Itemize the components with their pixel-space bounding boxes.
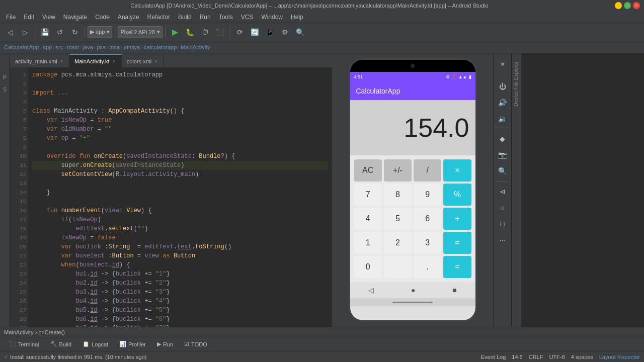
menu-item-analyze[interactable]: Analyze (114, 13, 143, 22)
emulator-more-button[interactable]: ··· (496, 233, 510, 247)
menu-item-refactor[interactable]: Refactor (143, 13, 174, 22)
breadcrumb-app[interactable]: app (43, 44, 52, 50)
code-line-10: override fun onCreate(savedInstanceState… (32, 152, 328, 161)
emulator-vol-down-button[interactable]: 🔉 (496, 112, 510, 126)
tab-close-mainactivity[interactable]: × (112, 58, 116, 64)
status-indent[interactable]: 4 spaces (571, 354, 593, 360)
menu-item-vcs[interactable]: VCS (237, 13, 258, 22)
toolbar-back-button[interactable]: ◁ (3, 25, 17, 39)
menu-item-build[interactable]: Build (174, 13, 196, 22)
app-selector[interactable]: ▶ app ▾ (88, 26, 112, 38)
emulator-home-button[interactable]: ○ (496, 201, 510, 215)
tab-close-activity-main[interactable]: × (59, 58, 64, 64)
calc-btn-multiply[interactable]: × (443, 159, 471, 182)
debug-button[interactable]: 🐛 (183, 25, 197, 39)
calc-btn-3[interactable]: 3 (414, 232, 441, 254)
menu-item-edit[interactable]: Edit (20, 13, 38, 22)
code-content[interactable]: 12345 678910 1112131415 1617181920 21222… (10, 67, 332, 327)
menu-item-code[interactable]: Code (91, 13, 114, 22)
toolbar-save-button[interactable]: 💾 (38, 25, 52, 39)
breadcrumb-calculatorapp[interactable]: CalculatorApp (4, 44, 39, 50)
sync-button[interactable]: ⟳ (233, 25, 247, 39)
search-everywhere-button[interactable]: 🔍 (293, 25, 307, 39)
maximize-button[interactable]: □ (624, 2, 631, 9)
terminal-tab[interactable]: ⬛ Terminal (4, 338, 44, 350)
menu-item-window[interactable]: Window (257, 13, 287, 22)
calc-btn-9[interactable]: 9 (414, 184, 441, 206)
tab-close-colors[interactable]: × (153, 58, 158, 64)
emulator-close-button[interactable]: ✕ (496, 57, 510, 71)
breadcrumb-java[interactable]: java (83, 44, 93, 50)
calc-btn-percent[interactable]: % (443, 184, 471, 206)
calc-btn-1[interactable]: 1 (354, 232, 382, 254)
avd-manager-button[interactable]: 📱 (263, 25, 277, 39)
breadcrumb-main[interactable]: main (67, 44, 79, 50)
menu-item-tools[interactable]: Tools (215, 13, 237, 22)
nav-back-icon[interactable]: ◁ (368, 286, 374, 294)
toolbar-redo-button[interactable]: ↻ (68, 25, 82, 39)
calc-btn-0[interactable]: 0 (354, 256, 382, 278)
tab-mainactivity[interactable]: MainActivity.kt × (69, 54, 122, 67)
sdk-manager-button[interactable]: ⚙ (278, 25, 292, 39)
logcat-tab[interactable]: 📋 Logcat (77, 338, 113, 350)
menu-item-navigate[interactable]: Navigate (59, 13, 91, 22)
nav-recent-icon[interactable]: ■ (452, 286, 456, 294)
emulator-rotate-button[interactable]: ◆ (496, 132, 510, 146)
calc-btn-ac[interactable]: AC (354, 159, 382, 182)
tab-activity-main[interactable]: activity_main.xml × (10, 54, 69, 67)
breadcrumb-calculatorapp2[interactable]: calculatorapp (144, 44, 177, 50)
toolbar-undo-button[interactable]: ↺ (53, 25, 67, 39)
calc-btn-6[interactable]: 6 (414, 208, 441, 230)
menu-item-file[interactable]: File (2, 13, 20, 22)
toolbar-forward-button[interactable]: ▷ (18, 25, 32, 39)
menu-item-help[interactable]: Help (287, 13, 307, 22)
emulator-screenshot-button[interactable]: 📷 (496, 148, 510, 162)
emulator-overview-button[interactable]: □ (496, 217, 510, 231)
layout-inspector-label[interactable]: Layout Inspector (599, 354, 640, 360)
emulator-back-button[interactable]: ⊲ (496, 185, 510, 199)
breadcrumb-src[interactable]: src (56, 44, 63, 50)
calc-btn-empty[interactable] (384, 256, 412, 278)
calc-btn-divide[interactable]: / (414, 159, 441, 182)
emulator-zoom-button[interactable]: 🔍 (496, 164, 510, 178)
stop-button[interactable]: ⬛ (213, 25, 227, 39)
run-button[interactable]: ▶ (168, 25, 182, 39)
breadcrumb-pcs[interactable]: pcs (97, 44, 106, 50)
nav-home-icon[interactable]: ● (411, 286, 415, 294)
device-file-explorer-tab[interactable]: Device File Explorer (512, 57, 521, 110)
emulator-vol-up-button[interactable]: 🔊 (496, 96, 510, 110)
calc-btn-equals-2[interactable]: = (443, 256, 471, 278)
breadcrumb-atmiya[interactable]: atmiya (124, 44, 140, 50)
menu-item-run[interactable]: Run (196, 13, 215, 22)
run-tab[interactable]: ▶ Run (152, 338, 178, 350)
structure-icon[interactable]: S (1, 85, 9, 94)
minimize-button[interactable]: – (615, 2, 622, 9)
tab-colors[interactable]: colors.xml × (122, 54, 164, 67)
breadcrumb-mca[interactable]: mca (109, 44, 120, 50)
phone-app-bar: CalculatorApp (350, 82, 475, 100)
profiler-tab[interactable]: 📊 Profiler (114, 338, 151, 350)
calc-btn-4[interactable]: 4 (354, 208, 382, 230)
project-icon[interactable]: P (1, 73, 9, 81)
calc-btn-equals-1[interactable]: = (443, 232, 471, 254)
emulator-power-button[interactable]: ⏻ (496, 79, 510, 94)
device-selector[interactable]: Pixel 2 API 28 ▾ (118, 26, 163, 38)
source-code[interactable]: package pcs.mca.atmiya.calculatorapp imp… (28, 67, 332, 327)
menu-item-view[interactable]: View (38, 13, 59, 22)
calc-btn-5[interactable]: 5 (384, 208, 412, 230)
todo-tab[interactable]: ☑ TODO (179, 338, 212, 350)
calc-btn-sign[interactable]: +/- (384, 159, 412, 182)
build-tab[interactable]: 🔨 Build (45, 338, 76, 350)
calc-btn-8[interactable]: 8 (384, 184, 412, 206)
calc-btn-plus[interactable]: + (443, 208, 471, 230)
calc-btn-decimal[interactable]: . (414, 256, 441, 278)
status-event-log[interactable]: Event Log (481, 354, 506, 360)
status-charset[interactable]: UTF-8 (549, 354, 565, 360)
profile-button[interactable]: ⏱ (198, 25, 212, 39)
close-button[interactable]: ✕ (633, 2, 640, 9)
calc-btn-2[interactable]: 2 (384, 232, 412, 254)
calc-btn-7[interactable]: 7 (354, 184, 382, 206)
gradle-sync-button[interactable]: 🔄 (248, 25, 262, 39)
breadcrumb-mainactivity[interactable]: MainActivity (181, 44, 210, 50)
status-crlf[interactable]: CRLF (529, 354, 543, 360)
